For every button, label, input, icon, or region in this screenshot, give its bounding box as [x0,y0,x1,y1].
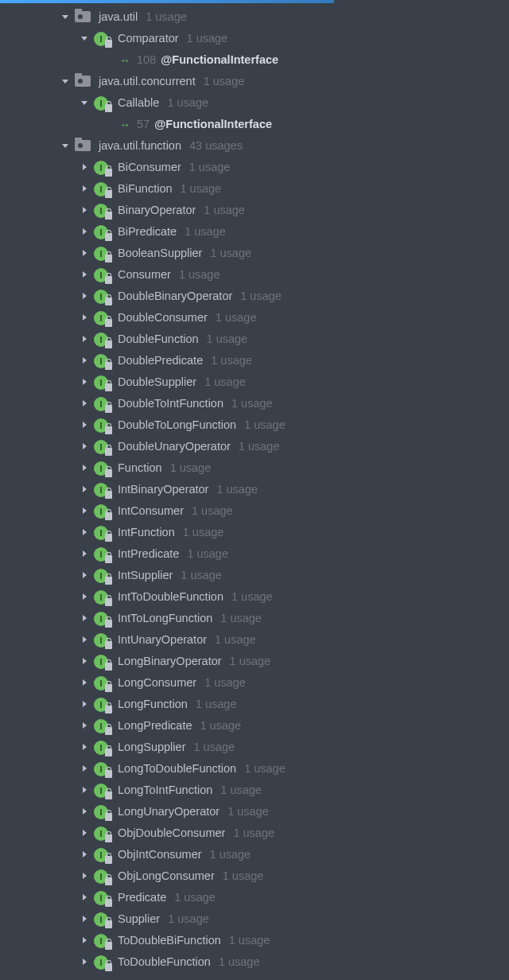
class-row[interactable]: IDoubleConsumer1 usage [0,307,509,329]
class-row[interactable]: IObjIntConsumer1 usage [0,844,509,865]
expand-toggle-icon[interactable] [80,850,91,861]
class-row[interactable]: IBinaryOperator1 usage [0,200,509,221]
svg-marker-33 [83,765,87,772]
class-row[interactable]: IIntToLongFunction1 usage [0,608,509,629]
class-row[interactable]: IComparator1 usage [0,28,509,49]
expand-toggle-icon[interactable] [80,463,91,474]
expand-toggle-icon[interactable] [80,441,91,453]
usage-row[interactable]: ↔57@FunctionalInterface [0,114,509,135]
expand-toggle-icon[interactable] [80,248,91,259]
usage-row[interactable]: ↔108@FunctionalInterface [0,49,509,71]
class-row[interactable]: IIntUnaryOperator1 usage [0,629,509,651]
class-row[interactable]: ILongConsumer1 usage [0,672,509,694]
class-name: LongBinaryOperator [118,651,222,672]
expand-toggle-icon[interactable] [80,871,91,882]
expand-toggle-icon[interactable] [80,506,91,517]
class-row[interactable]: ILongSupplier1 usage [0,737,509,758]
expand-toggle-icon[interactable] [60,141,72,152]
expand-toggle-icon[interactable] [80,356,91,367]
class-row[interactable]: ILongToIntFunction1 usage [0,780,509,801]
expand-toggle-icon[interactable] [80,699,91,710]
class-row[interactable]: IPredicate1 usage [0,887,509,908]
expand-toggle-icon[interactable] [80,162,91,173]
svg-marker-8 [83,228,87,235]
class-row[interactable]: IObjLongConsumer1 usage [0,865,509,887]
class-row[interactable]: IDoubleUnaryOperator1 usage [0,436,509,457]
class-row[interactable]: ICallable1 usage [0,92,509,114]
interface-icon: I [94,589,111,605]
expand-toggle-icon[interactable] [80,549,91,560]
expand-toggle-icon[interactable] [80,592,91,603]
expand-toggle-icon[interactable] [80,935,91,947]
class-row[interactable]: IIntPredicate1 usage [0,543,509,565]
class-row[interactable]: IToDoubleBiFunction1 usage [0,930,509,951]
expand-toggle-icon[interactable] [80,484,91,496]
expand-toggle-icon[interactable] [80,334,91,345]
class-row[interactable]: IBiConsumer1 usage [0,157,509,178]
expand-toggle-icon[interactable] [80,785,91,796]
expand-toggle-icon[interactable] [80,721,91,732]
class-row[interactable]: IFunction1 usage [0,457,509,479]
class-row[interactable]: IBiFunction1 usage [0,178,509,200]
expand-toggle-icon[interactable] [80,184,91,195]
expand-toggle-icon[interactable] [80,742,91,753]
expand-toggle-icon[interactable] [80,656,91,667]
class-row[interactable]: ILongToDoubleFunction1 usage [0,758,509,780]
class-row[interactable]: IIntToDoubleFunction1 usage [0,586,509,608]
expand-toggle-icon[interactable] [80,678,91,689]
expand-toggle-icon[interactable] [80,957,91,968]
expand-toggle-icon[interactable] [80,613,91,624]
class-row[interactable]: IIntFunction1 usage [0,522,509,543]
class-row[interactable]: ILongPredicate1 usage [0,715,509,737]
svg-marker-27 [83,636,87,643]
expand-toggle-icon[interactable] [80,828,91,839]
interface-icon: I [94,740,111,756]
expand-toggle-icon[interactable] [80,807,91,818]
class-row[interactable]: IDoubleToIntFunction1 usage [0,393,509,414]
interface-icon: I [94,246,111,262]
expand-toggle-icon[interactable] [60,76,72,88]
class-row[interactable]: IConsumer1 usage [0,264,509,286]
package-row[interactable]: java.util.function43 usages [0,135,509,157]
class-row[interactable]: IIntConsumer1 usage [0,500,509,522]
expand-toggle-icon[interactable] [80,635,91,646]
expand-toggle-icon[interactable] [80,420,91,431]
expand-toggle-icon[interactable] [80,33,91,45]
package-row[interactable]: java.util1 usage [0,6,509,28]
svg-marker-24 [83,572,87,578]
class-row[interactable]: IBiPredicate1 usage [0,221,509,243]
expand-toggle-icon[interactable] [80,764,91,775]
class-row[interactable]: IDoubleSupplier1 usage [0,371,509,393]
class-row[interactable]: ISupplier1 usage [0,908,509,930]
expand-toggle-icon[interactable] [80,914,91,925]
svg-marker-26 [83,615,87,621]
class-row[interactable]: ILongFunction1 usage [0,694,509,715]
expand-toggle-icon[interactable] [80,291,91,302]
expand-toggle-icon[interactable] [80,270,91,281]
usage-count: 1 usage [233,822,274,844]
class-row[interactable]: IDoubleBinaryOperator1 usage [0,286,509,307]
expand-toggle-icon[interactable] [80,377,91,388]
class-row[interactable]: IDoubleFunction1 usage [0,329,509,350]
class-row[interactable]: ILongBinaryOperator1 usage [0,651,509,672]
interface-icon: I [94,955,111,970]
class-row[interactable]: ILongUnaryOperator1 usage [0,801,509,822]
expand-toggle-icon[interactable] [80,570,91,581]
class-row[interactable]: IIntBinaryOperator1 usage [0,479,509,500]
class-row[interactable]: IToDoubleFunction1 usage [0,951,509,973]
class-row[interactable]: IObjDoubleConsumer1 usage [0,822,509,844]
class-name: Callable [118,92,159,114]
expand-toggle-icon[interactable] [80,313,91,324]
class-row[interactable]: IDoublePredicate1 usage [0,350,509,371]
expand-toggle-icon[interactable] [80,205,91,216]
expand-toggle-icon[interactable] [80,399,91,410]
package-row[interactable]: java.util.concurrent1 usage [0,71,509,92]
class-row[interactable]: IBooleanSupplier1 usage [0,243,509,264]
class-row[interactable]: IDoubleToLongFunction1 usage [0,414,509,436]
expand-toggle-icon[interactable] [80,527,91,539]
expand-toggle-icon[interactable] [60,12,72,23]
expand-toggle-icon[interactable] [80,892,91,904]
expand-toggle-icon[interactable] [80,227,91,238]
expand-toggle-icon[interactable] [80,98,91,109]
class-row[interactable]: IIntSupplier1 usage [0,565,509,586]
